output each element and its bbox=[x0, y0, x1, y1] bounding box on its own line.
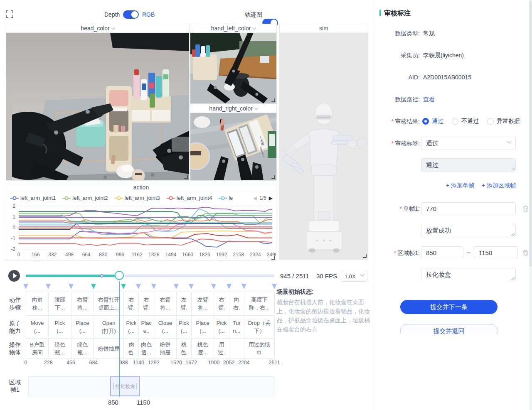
legend-prev-icon[interactable]: ◀ bbox=[253, 196, 257, 201]
boundary-marker-icon[interactable] bbox=[91, 284, 96, 289]
boundary-marker-icon[interactable] bbox=[46, 284, 51, 289]
resize-corner-icon[interactable] bbox=[271, 175, 275, 179]
playback-slider[interactable] bbox=[26, 275, 274, 277]
segment-cell-ability[interactable]: Plac e.. bbox=[139, 316, 154, 338]
review-tag-select[interactable]: 通过 bbox=[421, 137, 516, 150]
review-tag-note-textarea[interactable]: 通过 bbox=[421, 158, 516, 172]
segment-cell-step[interactable]: 右臂 将... bbox=[154, 292, 177, 315]
segment-cell-ability[interactable]: Pick (... bbox=[177, 316, 192, 338]
boundary-marker-icon[interactable] bbox=[151, 284, 156, 289]
segment-cell-step[interactable]: 右臂 将... bbox=[71, 292, 94, 315]
scrollbar-thumb[interactable] bbox=[530, 1, 532, 267]
resize-corner-icon[interactable] bbox=[184, 175, 188, 179]
review-result-radio-0[interactable]: 通过 bbox=[422, 118, 443, 125]
resize-grip-icon[interactable] bbox=[511, 167, 515, 170]
boundary-marker-icon[interactable] bbox=[211, 284, 216, 289]
depth-rgb-toggle[interactable] bbox=[123, 10, 139, 19]
segment-cell-object[interactable]: 肉 色. bbox=[124, 339, 139, 358]
speed-select[interactable]: 1.0X bbox=[341, 271, 367, 282]
segment-cell-object[interactable]: 肉色 透... bbox=[139, 339, 154, 358]
segment-cell-step[interactable]: 右 臂. bbox=[139, 292, 154, 315]
segment-cell-ability[interactable]: Drop（丢 下） bbox=[244, 316, 275, 338]
single-frame-input[interactable]: 770 bbox=[421, 202, 516, 215]
segment-cell-ability[interactable]: Place (... bbox=[192, 316, 214, 338]
segment-cell-step[interactable]: 向前 移... bbox=[26, 292, 49, 315]
legend-item[interactable]: left_arm_joint1 bbox=[10, 195, 56, 201]
legend-item[interactable]: left_arm_joint2 bbox=[62, 195, 108, 201]
region-start-input[interactable]: 850 bbox=[421, 246, 463, 259]
segment-cell-ability[interactable]: Tur n... bbox=[229, 316, 244, 338]
segment-cell-ability[interactable]: Pick (... bbox=[214, 316, 229, 338]
segment-cell-object[interactable]: 桃 色. bbox=[177, 339, 192, 358]
timeline-axis-label: 2204 bbox=[238, 360, 250, 366]
resize-corner-icon[interactable] bbox=[271, 256, 275, 260]
segment-cell-step[interactable]: 右 臂. bbox=[124, 292, 139, 315]
region-end-value: 1150 bbox=[479, 249, 492, 256]
legend-item-label: left_arm_joint1 bbox=[20, 195, 56, 201]
segment-cell-object[interactable] bbox=[229, 339, 244, 358]
boundary-marker-icon[interactable] bbox=[23, 284, 28, 289]
segment-cell-ability[interactable]: Pick (... bbox=[49, 316, 71, 338]
segment-cell-step[interactable]: 腰部 下... bbox=[49, 292, 71, 315]
region-frame-track[interactable]: 拉化妆盒 bbox=[28, 376, 274, 396]
segment-cell-object[interactable]: 绿色 瓶... bbox=[71, 339, 94, 358]
boundary-marker-icon[interactable] bbox=[174, 284, 179, 289]
hand-left-title-bar[interactable]: hand_left_color bbox=[190, 24, 276, 33]
review-result-radio-1[interactable]: 不通过 bbox=[452, 118, 479, 125]
review-result-radio-2[interactable]: 异常数据 bbox=[487, 118, 520, 125]
segment-left-handle[interactable] bbox=[113, 383, 114, 390]
legend-item[interactable]: left_arm_joint4 bbox=[167, 195, 212, 201]
segment-cell-ability[interactable]: Place (... bbox=[71, 316, 94, 338]
legend-next-icon[interactable]: ▶ bbox=[269, 196, 273, 201]
legend-item[interactable]: le bbox=[219, 195, 233, 201]
data-path-label: 数据路径: bbox=[376, 96, 420, 103]
data-path-link[interactable]: 查看 bbox=[423, 96, 435, 103]
segment-cell-object[interactable]: B户型 房间 bbox=[26, 339, 49, 358]
segment-cell-step[interactable]: 高度下 降，右... bbox=[244, 292, 275, 315]
segment-cell-ability[interactable]: Pick (... bbox=[124, 316, 139, 338]
legend-item[interactable]: left_arm_joint3 bbox=[115, 195, 160, 201]
scrollbar-track[interactable] bbox=[529, 0, 532, 410]
segment-cell-ability[interactable]: Move (... bbox=[26, 316, 49, 338]
segment-cell-ability[interactable]: Close (... bbox=[154, 316, 177, 338]
resize-grip-icon[interactable] bbox=[511, 277, 515, 280]
boundary-marker-icon[interactable] bbox=[227, 284, 232, 289]
segment-right-handle[interactable] bbox=[136, 383, 137, 390]
segment-cell-object[interactable]: 桃色 唇... bbox=[192, 339, 214, 358]
segment-cell-object[interactable]: 用过的纸 巾 bbox=[244, 339, 275, 358]
slider-handle[interactable] bbox=[115, 271, 124, 280]
add-region-frame-link[interactable]: + 添加区域帧 bbox=[482, 182, 516, 189]
region-note-textarea[interactable]: 拉化妆盒 bbox=[421, 268, 516, 281]
region-end-input[interactable]: 1150 bbox=[474, 246, 518, 259]
boundary-marker-icon[interactable] bbox=[189, 284, 194, 289]
resize-corner-icon[interactable] bbox=[363, 254, 367, 258]
sim-title-bar[interactable]: sim bbox=[280, 24, 368, 33]
segment-cell-step[interactable]: 左臂 将... bbox=[192, 292, 214, 315]
fullscreen-icon[interactable] bbox=[6, 10, 13, 18]
head-camera-title-bar[interactable]: head_color bbox=[6, 24, 189, 33]
boundary-marker-icon[interactable] bbox=[272, 284, 277, 289]
hand-right-title-bar[interactable]: hand_right_color bbox=[190, 104, 276, 113]
add-frame-links: + 添加单帧 + 添加区域帧 bbox=[421, 182, 516, 189]
play-button[interactable] bbox=[8, 270, 20, 282]
resize-grip-icon[interactable] bbox=[511, 233, 515, 236]
boundary-marker-icon[interactable] bbox=[69, 284, 74, 289]
single-frame-note-textarea[interactable]: 放置成功 bbox=[421, 224, 516, 237]
delete-region-frame-icon[interactable] bbox=[522, 250, 529, 256]
segment-cell-step[interactable]: 左 臂. bbox=[177, 292, 192, 315]
resize-corner-icon[interactable] bbox=[271, 98, 275, 102]
segment-cell-object[interactable]: 绿色 瓶... bbox=[49, 339, 71, 358]
boundary-marker-icon[interactable] bbox=[241, 284, 246, 289]
region-frame-segment[interactable]: 拉化妆盒 bbox=[110, 376, 140, 396]
submit-back-button[interactable]: 提交并返回 bbox=[400, 324, 498, 334]
boundary-marker-icon[interactable] bbox=[121, 284, 126, 289]
boundary-marker-icon[interactable] bbox=[136, 284, 141, 289]
segment-cell-step[interactable]: 向 右. bbox=[229, 292, 244, 315]
segment-cell-object[interactable]: 粉饼 抽屉 bbox=[154, 339, 177, 358]
segment-cell-object[interactable]: 用 过. bbox=[214, 339, 229, 358]
submit-next-button[interactable]: 提交并下一条 bbox=[400, 300, 498, 314]
x-tick-label: 1328 bbox=[148, 252, 160, 258]
delete-single-frame-icon[interactable] bbox=[522, 205, 529, 212]
segment-cell-step[interactable]: 右 臂. bbox=[214, 292, 229, 315]
add-single-frame-link[interactable]: + 添加单帧 bbox=[446, 182, 474, 189]
